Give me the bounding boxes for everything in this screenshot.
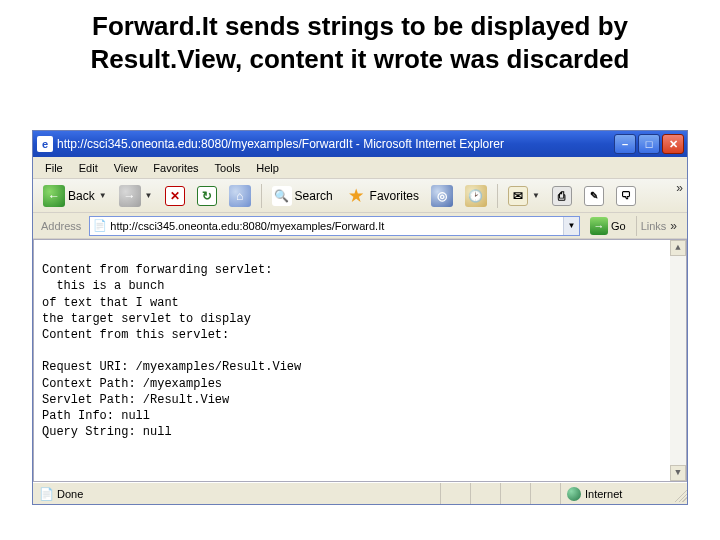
discuss-button[interactable]: 🗨 [610,182,642,210]
edit-button[interactable]: ✎ [578,182,610,210]
favorites-label: Favorites [370,189,419,203]
content-line: this is a bunch [42,279,164,293]
refresh-button[interactable]: ↻ [191,182,223,210]
forward-button[interactable]: → ▼ [113,181,159,211]
zone-text: Internet [585,488,622,500]
history-button[interactable]: 🕑 [459,181,493,211]
go-button[interactable]: → Go [584,215,632,237]
content-line: Context Path: /myexamples [42,377,222,391]
toolbar-separator [261,184,262,208]
status-text: Done [57,488,83,500]
content-line: of text that I want [42,296,179,310]
back-button[interactable]: ← Back ▼ [37,181,113,211]
status-pane [501,483,531,504]
toolbar-separator-2 [497,184,498,208]
scroll-down-button[interactable]: ▼ [670,465,686,481]
mail-button[interactable]: ✉ ▼ [502,182,546,210]
status-pane [531,483,561,504]
menu-help[interactable]: Help [248,160,287,176]
scroll-track[interactable] [670,256,686,465]
globe-icon [567,487,581,501]
mail-icon: ✉ [508,186,528,206]
mail-dropdown[interactable]: ▼ [532,191,540,200]
search-icon: 🔍 [272,186,292,206]
close-button[interactable]: ✕ [662,134,684,154]
refresh-icon: ↻ [197,186,217,206]
scroll-up-button[interactable]: ▲ [670,240,686,256]
back-dropdown[interactable]: ▼ [99,191,107,200]
titlebar[interactable]: e http://csci345.oneonta.edu:8080/myexam… [33,131,687,157]
ie-app-icon: e [37,136,53,152]
print-button[interactable]: ⎙ [546,182,578,210]
address-input[interactable] [110,217,563,235]
slide-title: Forward.It sends strings to be displayed… [0,0,720,89]
favorites-button[interactable]: ★ Favorites [339,181,425,211]
home-icon: ⌂ [229,185,251,207]
media-icon: ◎ [431,185,453,207]
menu-edit[interactable]: Edit [71,160,106,176]
forward-icon: → [119,185,141,207]
address-bar: Address 📄 ▼ → Go Links » [33,213,687,239]
menu-view[interactable]: View [106,160,146,176]
stop-icon: ✕ [165,186,185,206]
go-label: Go [611,220,626,232]
content-line: Path Info: null [42,409,150,423]
page-icon: 📄 [92,218,108,234]
home-button[interactable]: ⌂ [223,181,257,211]
menu-file[interactable]: File [37,160,71,176]
menubar: File Edit View Favorites Tools Help [33,157,687,179]
content-line: the target servlet to display [42,312,251,326]
favorites-icon: ★ [345,185,367,207]
stop-button[interactable]: ✕ [159,182,191,210]
content-line: Query String: null [42,425,172,439]
search-label: Search [295,189,333,203]
done-icon: 📄 [39,487,53,501]
content-line: Request URI: /myexamples/Result.View [42,360,301,374]
forward-dropdown[interactable]: ▼ [145,191,153,200]
toolbar: ← Back ▼ → ▼ ✕ ↻ ⌂ 🔍 Search ★ Favorites … [33,179,687,213]
address-label: Address [37,220,85,232]
vertical-scrollbar[interactable]: ▲ ▼ [670,240,686,481]
print-icon: ⎙ [552,186,572,206]
menu-tools[interactable]: Tools [207,160,249,176]
back-icon: ← [43,185,65,207]
discuss-icon: 🗨 [616,186,636,206]
edit-icon: ✎ [584,186,604,206]
back-label: Back [68,189,95,203]
resize-grip[interactable] [671,486,687,502]
browser-window: e http://csci345.oneonta.edu:8080/myexam… [32,130,688,505]
menu-favorites[interactable]: Favorites [145,160,206,176]
search-button[interactable]: 🔍 Search [266,182,339,210]
address-dropdown[interactable]: ▼ [563,217,579,235]
go-icon: → [590,217,608,235]
minimize-button[interactable]: – [614,134,636,154]
links-overflow[interactable]: » [668,219,679,233]
links-label[interactable]: Links [641,220,667,232]
maximize-button[interactable]: □ [638,134,660,154]
content-line: Content from this servlet: [42,328,229,342]
history-icon: 🕑 [465,185,487,207]
window-title: http://csci345.oneonta.edu:8080/myexampl… [57,137,614,151]
content-line: Servlet Path: /Result.View [42,393,229,407]
media-button[interactable]: ◎ [425,181,459,211]
status-pane [441,483,471,504]
address-input-wrap[interactable]: 📄 ▼ [89,216,580,236]
status-bar: 📄 Done Internet [33,482,687,504]
toolbar-overflow[interactable]: » [676,181,683,195]
status-pane [471,483,501,504]
page-content: Content from forwarding servlet: this is… [33,239,687,482]
content-line: Content from forwarding servlet: [42,263,272,277]
